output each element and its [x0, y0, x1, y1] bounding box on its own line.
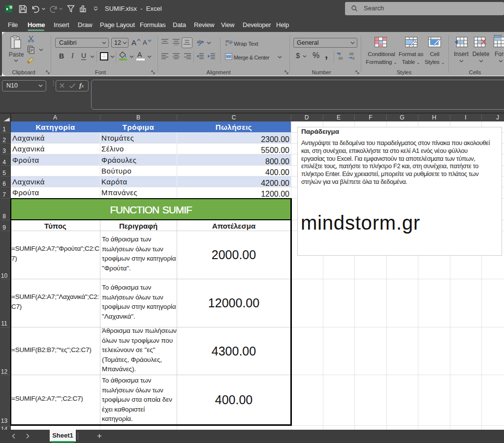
svg-text:0: 0: [339, 52, 341, 56]
svg-text:.00: .00: [338, 56, 343, 60]
svg-text:0: 0: [352, 56, 354, 60]
svg-text:c: c: [225, 43, 227, 46]
svg-text:ab: ab: [225, 39, 229, 43]
svg-text:.00: .00: [348, 52, 353, 56]
